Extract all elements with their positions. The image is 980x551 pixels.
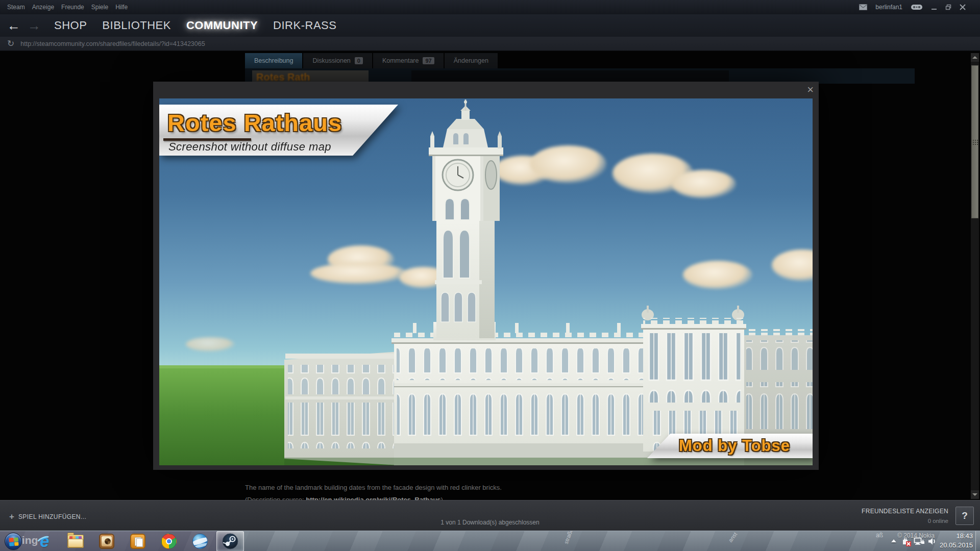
nav-community[interactable]: COMMUNITY: [186, 19, 258, 32]
desktop-screen: Steam Anzeige Freunde Spiele Hilfe berli…: [0, 0, 980, 551]
show-desktop-button[interactable]: [975, 531, 980, 551]
screenshot-modal: ×: [153, 82, 819, 470]
url-text[interactable]: http://steamcommunity.com/sharedfiles/fi…: [20, 40, 205, 47]
scroll-up-button[interactable]: [971, 53, 979, 62]
page-content: Beschreibung Diskussionen 0 Kommentare 9…: [0, 51, 980, 500]
clock-date: 20.05.2015: [940, 541, 973, 549]
hidden-icons-arrow[interactable]: [891, 539, 896, 542]
windows-taskbar: bing straße anst aß © 2014 Nokia e: [0, 531, 980, 551]
tab-badge: 0: [355, 57, 363, 64]
menu-steam[interactable]: Steam: [7, 4, 25, 11]
triangle-up-icon: [972, 56, 977, 59]
username-label[interactable]: berlinfan1: [875, 4, 902, 11]
nav-items: SHOP BIBLIOTHEK COMMUNITY DIRK-RASS: [54, 19, 336, 32]
steam-menubar: Steam Anzeige Freunde Spiele Hilfe berli…: [0, 0, 980, 14]
taskbar-file-explorer[interactable]: [62, 531, 89, 551]
screenshot-image: Rotes Rathaus Screenshot without diffuse…: [159, 98, 813, 465]
clock-time: 18:43: [940, 532, 973, 540]
reload-icon[interactable]: ↻: [7, 38, 14, 49]
taskbar-steam-active[interactable]: [216, 531, 244, 551]
description-source: (Description source: http://en.wikipedia…: [245, 496, 755, 500]
description-text: The name of the landmark building dates …: [245, 484, 755, 491]
tab-badge: 97: [423, 57, 434, 64]
source-suffix: ): [441, 496, 443, 500]
network-icon[interactable]: [914, 537, 925, 546]
volume-icon[interactable]: [928, 537, 937, 545]
map-street-label: aß: [876, 532, 883, 539]
taskbar-clock[interactable]: 18:43 20.05.2015: [940, 532, 973, 549]
steam-bottombar: + SPIEL HINZUFÜGEN... 1 von 1 Download(s…: [0, 500, 980, 531]
steam-icon: [222, 533, 238, 549]
windows-logo-icon: [9, 537, 18, 546]
tab-beschreibung[interactable]: Beschreibung: [245, 53, 302, 68]
tab-label: Diskussionen: [312, 57, 350, 64]
description-block: The name of the landmark building dates …: [245, 484, 755, 500]
mod-credit: Mod by Tobse: [679, 437, 790, 455]
download-status[interactable]: 1 von 1 Download(s) abgeschlossen: [0, 519, 980, 526]
steam-navbar: ← → SHOP BIBLIOTHEK COMMUNITY DIRK-RASS: [0, 14, 980, 37]
scroll-down-button[interactable]: [971, 490, 979, 499]
page-scrollbar[interactable]: [971, 53, 979, 499]
map-street-label: anst: [727, 531, 739, 543]
title-banner-bg: Rotes Rathaus Screenshot without diffuse…: [159, 105, 398, 156]
friends-block[interactable]: FREUNDESLISTE ANZEIGEN 0 online: [862, 508, 948, 524]
mod-subtitle: Screenshot without diffuse map: [168, 140, 331, 154]
scrollbar-grip: [972, 139, 978, 145]
nav-profile[interactable]: DIRK-RASS: [273, 19, 336, 32]
triangle-down-icon: [972, 493, 977, 496]
taskbar-internet-explorer[interactable]: e: [31, 531, 58, 551]
taskbar-documents[interactable]: [124, 531, 152, 551]
credit-banner-bg: Mod by Tobse: [647, 434, 813, 458]
tab-aenderungen[interactable]: Änderungen: [445, 53, 498, 68]
credit-banner: Mod by Tobse: [647, 434, 813, 458]
documents-icon: [130, 534, 145, 549]
help-button[interactable]: ?: [955, 507, 974, 525]
tab-diskussionen[interactable]: Diskussionen 0: [303, 53, 372, 68]
scrollbar-thumb[interactable]: [971, 65, 978, 218]
back-arrow-icon[interactable]: ←: [7, 19, 20, 32]
tab-label: Beschreibung: [254, 57, 293, 64]
steam-window: Steam Anzeige Freunde Spiele Hilfe berli…: [0, 0, 980, 531]
tab-label: Kommentare: [382, 57, 419, 64]
titlebar-right: berlinfan1: [859, 0, 966, 14]
online-count: 0 online: [862, 518, 948, 524]
google-earth-icon: [192, 534, 208, 549]
url-bar: ↻ http://steamcommunity.com/sharedfiles/…: [0, 37, 980, 51]
menu-freunde[interactable]: Freunde: [61, 4, 84, 11]
usb-disconnected-icon[interactable]: [901, 537, 912, 546]
photo-viewer-icon: [99, 534, 114, 549]
minimize-icon[interactable]: [931, 4, 937, 10]
friends-list-label: FREUNDESLISTE ANZEIGEN: [862, 508, 948, 515]
menu-spiele[interactable]: Spiele: [91, 4, 108, 11]
title-banner: Rotes Rathaus Screenshot without diffuse…: [159, 105, 398, 156]
internet-explorer-icon: e: [36, 533, 53, 549]
taskbar-photo-viewer[interactable]: [93, 531, 120, 551]
taskbar-chrome[interactable]: [155, 531, 183, 551]
menu-hilfe[interactable]: Hilfe: [115, 4, 128, 11]
map-street-label: straße: [563, 531, 574, 545]
nav-bibliothek[interactable]: BIBLIOTHEK: [102, 19, 171, 32]
source-prefix: (Description source:: [245, 496, 306, 500]
close-icon[interactable]: [960, 4, 966, 10]
chrome-icon: [161, 534, 177, 549]
folder-icon: [67, 535, 84, 548]
tab-kommentare[interactable]: Kommentare 97: [373, 53, 444, 68]
big-picture-icon[interactable]: [911, 4, 923, 11]
modal-header: ×: [153, 82, 819, 98]
mail-icon[interactable]: [859, 4, 867, 10]
modal-close-icon[interactable]: ×: [807, 83, 814, 96]
mod-title: Rotes Rathaus: [167, 109, 342, 137]
start-button[interactable]: [5, 533, 22, 550]
nav-shop[interactable]: SHOP: [54, 19, 87, 32]
restore-icon[interactable]: [945, 4, 951, 10]
workshop-tabs: Beschreibung Diskussionen 0 Kommentare 9…: [245, 53, 499, 68]
forward-arrow-icon[interactable]: →: [28, 19, 41, 32]
menu-anzeige[interactable]: Anzeige: [32, 4, 54, 11]
source-link[interactable]: http://en.wikipedia.org/wiki/Rotes_Ratha…: [306, 496, 440, 500]
tab-label: Änderungen: [454, 57, 488, 64]
taskbar-google-earth[interactable]: [186, 531, 214, 551]
